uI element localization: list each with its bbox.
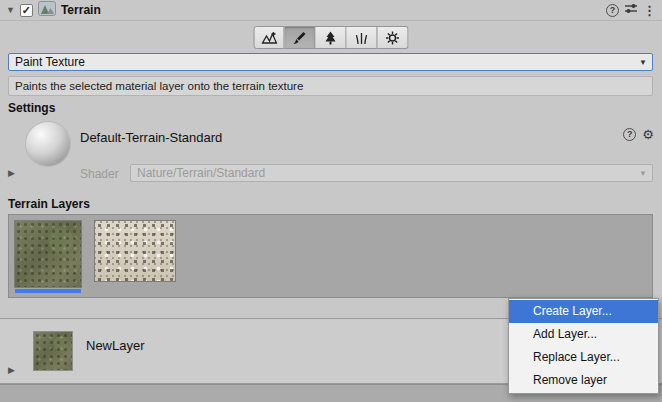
neighbor-terrains-icon bbox=[261, 30, 277, 46]
check-icon: ✓ bbox=[22, 5, 31, 16]
menu-item-remove-layer[interactable]: Remove layer bbox=[509, 369, 658, 392]
paint-brush-icon bbox=[292, 30, 308, 46]
shader-dropdown: Nature/Terrain/Standard ▼ bbox=[130, 164, 653, 182]
layer-item-name: NewLayer bbox=[86, 338, 145, 353]
tool-paint-details[interactable] bbox=[347, 26, 378, 49]
settings-section-label: Settings bbox=[8, 101, 55, 115]
foldout-open-icon[interactable]: ▼ bbox=[6, 6, 15, 15]
help-box-text: Paints the selected material layer onto … bbox=[15, 80, 303, 92]
menu-item-replace-layer[interactable]: Replace Layer... bbox=[509, 346, 658, 369]
terrain-tool-group bbox=[254, 26, 409, 49]
kebab-menu-icon[interactable]: ⋮ bbox=[643, 4, 656, 17]
terrain-inspector: ▼ ✓ Terrain ? ⋮ bbox=[0, 0, 662, 402]
selected-layer-indicator bbox=[15, 289, 81, 293]
menu-item-create-layer[interactable]: Create Layer... bbox=[509, 300, 658, 323]
tree-icon bbox=[323, 30, 339, 46]
gear-icon bbox=[385, 30, 401, 46]
material-help-icon[interactable]: ? bbox=[623, 128, 636, 141]
layer-item-thumbnail[interactable] bbox=[34, 332, 72, 370]
help-icon[interactable]: ? bbox=[606, 4, 619, 17]
terrain-layer-thumb-cliff[interactable] bbox=[95, 221, 175, 281]
layer-item-foldout-icon[interactable]: ▶ bbox=[8, 366, 15, 375]
material-gear-icon[interactable]: ⚙ bbox=[642, 128, 654, 141]
chevron-down-icon: ▼ bbox=[639, 58, 647, 67]
help-box: Paints the selected material layer onto … bbox=[8, 76, 653, 96]
shader-label: Shader bbox=[80, 167, 119, 181]
component-title: Terrain bbox=[61, 3, 101, 17]
terrain-layers-grid bbox=[8, 214, 653, 298]
component-enabled-checkbox[interactable]: ✓ bbox=[20, 4, 33, 17]
component-header: ▼ ✓ Terrain ? ⋮ bbox=[0, 0, 662, 21]
paint-tool-dropdown[interactable]: Paint Texture ▼ bbox=[8, 53, 653, 71]
menu-item-add-layer[interactable]: Add Layer... bbox=[509, 323, 658, 346]
chevron-down-icon: ▼ bbox=[639, 169, 647, 178]
tool-paint-trees[interactable] bbox=[316, 26, 347, 49]
terrain-layer-thumb-grass[interactable] bbox=[15, 221, 81, 287]
grass-details-icon bbox=[354, 30, 370, 46]
layer-context-menu: Create Layer... Add Layer... Replace Lay… bbox=[508, 298, 659, 394]
terrain-icon bbox=[38, 1, 56, 19]
presets-icon[interactable] bbox=[624, 2, 638, 18]
shader-dropdown-value: Nature/Terrain/Standard bbox=[137, 166, 265, 180]
tool-create-neighbor-terrains[interactable] bbox=[254, 26, 285, 49]
paint-tool-dropdown-value: Paint Texture bbox=[15, 55, 85, 69]
tool-paint-terrain[interactable] bbox=[285, 26, 316, 49]
material-foldout-icon[interactable]: ▶ bbox=[8, 169, 15, 178]
material-name: Default-Terrain-Standard bbox=[80, 130, 222, 145]
tool-terrain-settings[interactable] bbox=[378, 26, 409, 49]
material-preview-sphere[interactable] bbox=[26, 122, 70, 166]
material-header-icons: ? ⚙ bbox=[623, 128, 654, 141]
terrain-layers-label: Terrain Layers bbox=[8, 197, 90, 211]
